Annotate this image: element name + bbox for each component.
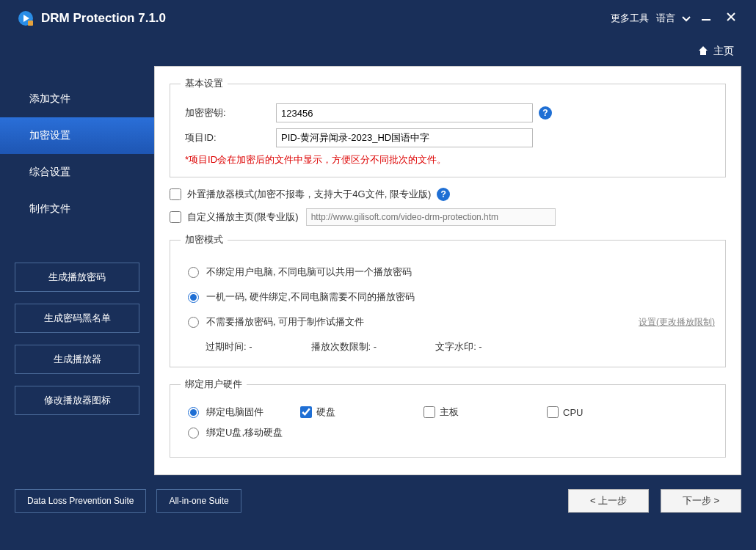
project-id-label: 项目ID:: [181, 131, 276, 144]
tab-home-label: 主页: [713, 45, 734, 58]
bind-usb-radio[interactable]: [188, 428, 199, 439]
sidebar-item-encrypt-settings[interactable]: 加密设置: [0, 117, 154, 154]
home-icon: [697, 45, 709, 59]
external-player-label: 外置播放器模式(加密不报毒，支持大于4G文件, 限专业版): [187, 188, 431, 201]
motherboard-checkbox[interactable]: [424, 406, 435, 418]
sidebar-item-label: 添加文件: [29, 92, 70, 106]
sidebar-item-add-files[interactable]: 添加文件: [0, 81, 154, 117]
hdd-checkbox[interactable]: [300, 406, 312, 418]
sidebar-item-general-settings[interactable]: 综合设置: [0, 154, 154, 191]
sidebar-item-build-files[interactable]: 制作文件: [0, 191, 154, 227]
mode-nopwd-label: 不需要播放密码, 可用于制作试播文件: [206, 315, 364, 329]
motherboard-label: 主板: [440, 406, 459, 419]
watermark-value: 文字水印: -: [435, 340, 482, 353]
expire-time-value: 过期时间: -: [206, 340, 252, 353]
modify-player-icon-button[interactable]: 修改播放器图标: [15, 386, 139, 415]
dlp-suite-button[interactable]: Data Loss Prevention Suite: [15, 489, 146, 513]
custom-homepage-url-input: [306, 208, 556, 226]
mode-bind-label: 一机一码, 硬件绑定,不同电脑需要不同的播放密码: [206, 290, 415, 304]
sidebar-item-label: 加密设置: [29, 129, 70, 142]
custom-homepage-label: 自定义播放主页(限专业版): [187, 210, 299, 224]
minimize-icon[interactable]: [696, 11, 716, 26]
encryption-key-label: 加密密钥:: [181, 106, 276, 120]
mode-unbind-label: 不绑定用户电脑, 不同电脑可以共用一个播放密码: [206, 265, 412, 279]
next-step-button[interactable]: 下一步 >: [661, 489, 741, 513]
prev-step-button[interactable]: < 上一步: [568, 489, 649, 513]
custom-homepage-checkbox[interactable]: [170, 211, 181, 223]
generate-player-button[interactable]: 生成播放器: [15, 345, 139, 374]
basic-settings-legend: 基本设置: [181, 77, 228, 90]
basic-settings-group: 基本设置 加密密钥: ? 项目ID: *项目ID会在加密后的文件中显示，方便区分…: [170, 77, 726, 177]
language-link[interactable]: 语言: [655, 9, 677, 28]
generate-password-button[interactable]: 生成播放密码: [15, 263, 139, 292]
external-player-checkbox[interactable]: [170, 188, 181, 200]
tab-home[interactable]: 主页: [697, 45, 734, 59]
language-dropdown-icon[interactable]: [681, 12, 691, 24]
close-icon[interactable]: [721, 11, 741, 26]
more-tools-link[interactable]: 更多工具: [609, 9, 650, 28]
aio-suite-button[interactable]: All-in-one Suite: [156, 489, 241, 513]
mode-unbind-radio[interactable]: [188, 267, 199, 278]
help-icon[interactable]: ?: [539, 106, 552, 120]
mode-nopwd-radio[interactable]: [188, 317, 199, 328]
app-title: DRM Protection 7.1.0: [41, 11, 166, 26]
svg-rect-2: [28, 21, 33, 26]
generate-blacklist-button[interactable]: 生成密码黑名单: [15, 304, 139, 333]
mode-bind-radio[interactable]: [188, 292, 199, 303]
bind-usb-label: 绑定U盘,移动硬盘: [206, 426, 283, 439]
bind-hardware-group: 绑定用户硬件 绑定电脑固件 硬盘 主板 CPU 绑定U盘,移动硬盘: [170, 378, 726, 458]
bind-pc-radio[interactable]: [188, 407, 199, 418]
help-icon[interactable]: ?: [437, 188, 450, 201]
encrypt-mode-legend: 加密模式: [181, 233, 228, 246]
sidebar-item-label: 制作文件: [29, 202, 70, 216]
sidebar-item-label: 综合设置: [29, 166, 70, 179]
bind-pc-label: 绑定电脑固件: [206, 406, 263, 419]
bind-hardware-legend: 绑定用户硬件: [181, 378, 247, 391]
encryption-key-input[interactable]: [276, 103, 533, 122]
encrypt-mode-group: 加密模式 不绑定用户电脑, 不同电脑可以共用一个播放密码 一机一码, 硬件绑定,…: [170, 233, 726, 367]
app-logo-icon: [18, 10, 34, 26]
playback-limit-settings-link[interactable]: 设置(更改播放限制): [639, 316, 715, 329]
project-id-note: *项目ID会在加密后的文件中显示，方便区分不同批次的文件。: [185, 153, 715, 166]
cpu-label: CPU: [563, 407, 583, 418]
play-count-value: 播放次数限制: -: [311, 340, 377, 353]
project-id-input[interactable]: [276, 128, 533, 147]
cpu-checkbox[interactable]: [547, 406, 559, 418]
hdd-label: 硬盘: [316, 406, 335, 419]
